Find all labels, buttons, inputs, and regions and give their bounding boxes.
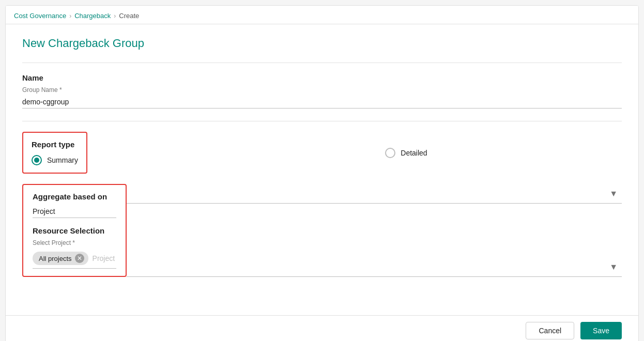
all-projects-chip: All projects ✕ (33, 252, 88, 265)
summary-radio[interactable] (32, 155, 42, 165)
cancel-button[interactable]: Cancel (526, 322, 574, 339)
aggregate-resource-wrapper: Aggregate based on Project Resource Sele… (22, 184, 622, 277)
report-type-box: Report type Summary (22, 132, 87, 174)
resource-label: Resource Selection (33, 226, 116, 235)
breadcrumb-sep-2: › (114, 12, 116, 20)
save-button[interactable]: Save (580, 322, 622, 339)
detailed-option-container: Detailed (87, 148, 622, 158)
project-placeholder: Project (93, 254, 116, 262)
resource-select-spacer: ▼ (127, 204, 622, 277)
report-type-section: Report type Summary Detailed (22, 132, 622, 174)
breadcrumb-sep-1: › (69, 12, 71, 20)
breadcrumb-chargeback[interactable]: Chargeback (74, 12, 111, 20)
resource-dropdown-full[interactable]: ▼ (127, 257, 622, 277)
main-content: New Chargeback Group Name Group Name * R… (6, 24, 638, 315)
detailed-label: Detailed (401, 149, 427, 157)
aggregate-value: Project (33, 207, 116, 215)
group-name-field-label: Group Name * (22, 86, 622, 94)
name-section: Name Group Name * (22, 73, 622, 109)
chip-text: All projects (39, 255, 72, 262)
footer: Cancel Save (6, 315, 638, 341)
name-section-label: Name (22, 73, 622, 82)
breadcrumb-create: Create (119, 12, 139, 20)
chip-close-button[interactable]: ✕ (75, 254, 84, 263)
page-container: Cost Governance › Chargeback › Create Ne… (5, 5, 639, 341)
breadcrumb-cost-governance[interactable]: Cost Governance (14, 12, 66, 20)
detailed-option: Detailed (385, 148, 427, 158)
select-project-label: Select Project * (33, 239, 116, 246)
breadcrumb-bar: Cost Governance › Chargeback › Create (6, 6, 638, 24)
aggregate-label: Aggregate based on (33, 192, 116, 201)
breadcrumb: Cost Governance › Chargeback › Create (14, 12, 630, 20)
aggregate-arrow-icon[interactable]: ▼ (609, 189, 618, 198)
summary-label: Summary (47, 156, 78, 164)
resource-arrow-icon[interactable]: ▼ (609, 262, 618, 272)
report-type-label: Report type (32, 140, 78, 149)
aggregate-dropdown-full[interactable]: ▼ (127, 184, 622, 204)
detailed-radio[interactable] (385, 148, 395, 158)
project-select-row: All projects ✕ Project (33, 249, 116, 269)
aggregate-select-box: Project (33, 205, 116, 218)
page-title: New Chargeback Group (22, 37, 622, 50)
resource-subsection: Resource Selection Select Project * All … (33, 226, 116, 269)
aggregate-subsection: Aggregate based on Project (33, 192, 116, 218)
group-name-input[interactable] (22, 96, 622, 109)
title-divider (22, 63, 622, 63)
selects-right: ▼ ▼ (127, 184, 622, 277)
name-divider (22, 121, 622, 121)
aggregate-resource-box: Aggregate based on Project Resource Sele… (22, 184, 127, 277)
